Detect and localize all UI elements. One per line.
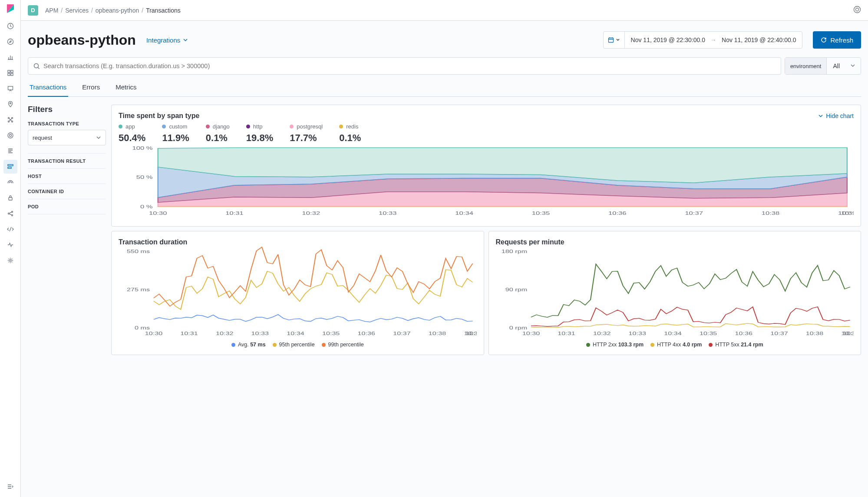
legend-item[interactable]: 99th percentile: [322, 342, 364, 348]
calendar-button[interactable]: [604, 32, 625, 48]
legend-item-http[interactable]: http19.8%: [246, 123, 273, 144]
nav-management-icon[interactable]: [3, 253, 17, 267]
nav-siem-icon[interactable]: [3, 191, 17, 205]
legend-item[interactable]: HTTP 4xx 4.0 rpm: [650, 342, 702, 348]
duration-panel: Transaction duration 550 ms275 ms0 ms10:…: [111, 231, 484, 355]
svg-text:10:31: 10:31: [225, 211, 244, 216]
svg-rect-18: [9, 197, 12, 200]
refresh-button[interactable]: Refresh: [813, 31, 861, 49]
svg-text:0 ms: 0 ms: [135, 325, 150, 331]
environment-value: All: [833, 63, 840, 69]
legend-item[interactable]: Avg. 57 ms: [231, 342, 266, 348]
hide-chart-label: Hide chart: [826, 112, 854, 119]
date-range[interactable]: Nov 11, 2019 @ 22:30:00.0 → Nov 11, 2019…: [625, 32, 802, 48]
help-icon[interactable]: [853, 6, 861, 15]
legend-item[interactable]: 95th percentile: [273, 342, 315, 348]
nav-dashboard-icon[interactable]: [3, 66, 17, 80]
nav-dev-icon[interactable]: [3, 222, 17, 236]
svg-text:180 rpm: 180 rpm: [501, 249, 527, 254]
nav-logs-icon[interactable]: [3, 144, 17, 158]
breadcrumb-apm[interactable]: APM: [45, 7, 58, 14]
search-input[interactable]: [43, 63, 776, 69]
breadcrumb-services[interactable]: Services: [65, 7, 89, 14]
nav-uptime-icon[interactable]: [3, 175, 17, 189]
legend-item-postgresql[interactable]: postgresql17.7%: [290, 123, 323, 144]
svg-text:10:33: 10:33: [379, 211, 397, 216]
svg-text:10:36: 10:36: [608, 211, 627, 216]
chevron-down-icon: [850, 63, 855, 69]
page-title: opbeans-python: [28, 32, 136, 48]
svg-rect-17: [8, 167, 11, 168]
svg-text:10:38: 10:38: [805, 331, 823, 336]
svg-text:550 ms: 550 ms: [127, 249, 150, 254]
svg-point-19: [8, 213, 9, 214]
filter-container[interactable]: CONTAINER ID: [28, 184, 106, 199]
svg-rect-4: [8, 70, 10, 72]
legend-item-app[interactable]: app50.4%: [119, 123, 145, 144]
svg-text:10:31: 10:31: [558, 331, 575, 336]
kibana-logo[interactable]: [5, 3, 16, 14]
legend-item-redis[interactable]: redis0.1%: [339, 123, 361, 144]
calendar-icon: [608, 37, 614, 43]
legend-item-django[interactable]: django0.1%: [206, 123, 230, 144]
svg-rect-7: [11, 73, 13, 76]
filter-pod[interactable]: POD: [28, 199, 106, 214]
nav-ml-icon[interactable]: [3, 113, 17, 127]
svg-text:10:: 10:: [465, 331, 475, 336]
svg-rect-8: [8, 86, 13, 90]
span-type-panel: Time spent by span type Hide chart app50…: [111, 105, 861, 227]
environment-select[interactable]: environment All: [785, 57, 861, 75]
svg-text:0 rpm: 0 rpm: [509, 325, 527, 331]
legend-item[interactable]: HTTP 2xx 103.3 rpm: [586, 342, 644, 348]
svg-point-14: [8, 133, 13, 138]
nav-canvas-icon[interactable]: [3, 82, 17, 95]
tabs: Transactions Errors Metrics: [28, 78, 861, 97]
svg-rect-25: [608, 38, 613, 43]
tab-transactions[interactable]: Transactions: [28, 78, 68, 97]
nav-maps-icon[interactable]: [3, 97, 17, 111]
nav-infra-icon[interactable]: [3, 128, 17, 142]
svg-text:10:33: 10:33: [628, 331, 646, 336]
hide-chart-button[interactable]: Hide chart: [818, 112, 854, 119]
svg-text:10:31: 10:31: [180, 331, 198, 336]
breadcrumb-service[interactable]: opbeans-python: [96, 7, 139, 14]
duration-chart: 550 ms275 ms0 ms10:3010:3110:3210:3310:3…: [119, 246, 477, 337]
nav-recent-icon[interactable]: [3, 19, 17, 33]
svg-text:10:: 10:: [843, 331, 853, 336]
filter-txresult[interactable]: TRANSACTION RESULT: [28, 153, 106, 168]
svg-point-9: [10, 103, 11, 104]
date-to: Nov 11, 2019 @ 22:40:00.0: [722, 36, 796, 43]
search-icon: [33, 63, 40, 69]
svg-text:10:35: 10:35: [532, 211, 550, 216]
nav-apm-icon[interactable]: [3, 160, 17, 174]
filter-txtype-select[interactable]: request: [28, 130, 106, 145]
legend-item-custom[interactable]: custom11.9%: [162, 123, 189, 144]
svg-text:10:: 10:: [841, 211, 851, 216]
nav-monitoring-icon[interactable]: [3, 238, 17, 252]
tab-metrics[interactable]: Metrics: [114, 78, 138, 96]
legend-item[interactable]: HTTP 5xx 21.4 rpm: [709, 342, 763, 348]
tab-errors[interactable]: Errors: [80, 78, 102, 96]
svg-text:10:34: 10:34: [664, 331, 682, 336]
nav-visualize-icon[interactable]: [3, 50, 17, 64]
space-badge[interactable]: D: [28, 5, 38, 16]
svg-text:90 rpm: 90 rpm: [505, 287, 527, 293]
integrations-dropdown[interactable]: Integrations: [146, 36, 188, 44]
svg-point-20: [11, 211, 13, 213]
nav-collapse-icon[interactable]: [3, 480, 17, 494]
svg-text:10:32: 10:32: [216, 331, 233, 336]
svg-text:10:38: 10:38: [429, 331, 446, 336]
svg-point-15: [9, 135, 11, 137]
nav-discover-icon[interactable]: [3, 35, 17, 49]
topbar: D APM/ Services/ opbeans-python/ Transac…: [21, 0, 868, 21]
rpm-chart: 180 rpm90 rpm0 rpm10:3010:3110:3210:3310…: [496, 246, 854, 337]
chevron-down-icon: [818, 113, 823, 118]
svg-text:10:37: 10:37: [685, 211, 703, 216]
rpm-title: Requests per minute: [496, 238, 854, 246]
svg-text:10:35: 10:35: [322, 331, 340, 336]
filter-host[interactable]: HOST: [28, 168, 106, 184]
date-from: Nov 11, 2019 @ 22:30:00.0: [631, 36, 705, 43]
nav-graph-icon[interactable]: [3, 207, 17, 221]
svg-rect-16: [8, 165, 13, 166]
svg-text:10:32: 10:32: [302, 211, 320, 216]
